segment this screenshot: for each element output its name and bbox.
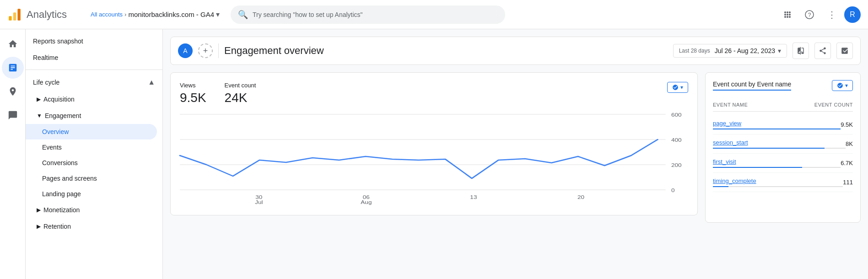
svg-text:0: 0: [671, 188, 675, 193]
events-label: Events: [42, 144, 62, 151]
metric-views-value: 9.5K: [180, 91, 206, 105]
sidebar-item-explore[interactable]: [2, 80, 24, 102]
event-count-3: 111: [843, 179, 853, 186]
svg-point-9: [784, 16, 786, 18]
page-header-right: Last 28 days Jul 26 - Aug 22, 2023 ▾: [673, 43, 853, 59]
event-row-session-start: session_start 8K: [713, 134, 853, 154]
current-account[interactable]: monitorbacklinks.com - GA4 ▾: [128, 10, 220, 19]
nav-sub-conversions[interactable]: Conversions: [26, 155, 157, 171]
svg-point-8: [789, 14, 791, 16]
logo-area: Analytics: [7, 7, 85, 22]
nav-retention-header[interactable]: ▶ Retention: [26, 218, 162, 235]
right-panel-filter-button[interactable]: ▾: [832, 80, 853, 91]
svg-point-5: [789, 11, 791, 13]
right-panel-header: Event count by Event name ▾: [713, 80, 853, 91]
breadcrumb: All accounts › monitorbacklinks.com - GA…: [91, 10, 220, 19]
nav-item-realtime[interactable]: Realtime: [26, 49, 157, 66]
event-name-cell-1: session_start: [713, 139, 846, 149]
monetization-chevron: ▶: [37, 207, 41, 213]
nav-monetization-header[interactable]: ▶ Monetization: [26, 202, 162, 218]
more-options-button[interactable]: ⋮: [822, 5, 841, 24]
event-name-0[interactable]: page_view: [713, 120, 841, 127]
svg-point-4: [787, 11, 788, 13]
right-panel-title: Event count by Event name: [713, 80, 791, 91]
line-chart-svg: 600 400 200 0 30 Jul 06 Aug 13 20: [180, 114, 688, 206]
account-dropdown-icon: ▾: [216, 10, 220, 19]
apps-button[interactable]: [778, 5, 797, 24]
svg-rect-1: [13, 12, 16, 21]
line-chart-container: 600 400 200 0 30 Jul 06 Aug 13 20: [180, 114, 688, 206]
right-panel-check-icon: [837, 82, 843, 89]
nav-sub-landing-page[interactable]: Landing page: [26, 186, 157, 202]
content-area: Views 9.5K Event count 24K: [170, 72, 861, 223]
filter-label: ▾: [680, 84, 683, 91]
help-icon: ?: [805, 10, 814, 19]
nav-sub-overview[interactable]: Overview: [26, 124, 157, 140]
checkmark-circle-icon: [672, 84, 679, 91]
all-accounts-link[interactable]: All accounts: [91, 11, 123, 18]
event-name-3[interactable]: timing_complete: [713, 177, 843, 184]
page-header: A + Engagement overview Last 28 days Jul…: [170, 37, 861, 65]
date-range-selector[interactable]: Last 28 days Jul 26 - Aug 22, 2023 ▾: [673, 44, 787, 58]
nav-acquisition-header[interactable]: ▶ Acquisition: [26, 91, 162, 107]
filter-button[interactable]: ▾: [667, 82, 688, 93]
add-comparison-button[interactable]: +: [198, 43, 213, 58]
metric-event-count: Event count 24K: [225, 82, 256, 105]
explore-icon: [8, 86, 18, 97]
svg-text:600: 600: [671, 112, 682, 118]
svg-point-11: [789, 16, 791, 18]
event-bar-fill-2: [713, 167, 802, 168]
share-button[interactable]: [814, 43, 831, 59]
header-divider: [218, 43, 219, 58]
sidebar-item-advertising[interactable]: [2, 104, 24, 126]
sidebar-item-home[interactable]: [2, 33, 24, 55]
chart-area: Views 9.5K Event count 24K: [170, 72, 698, 223]
retention-chevron: ▶: [37, 223, 41, 230]
event-count-0: 9.5K: [841, 121, 853, 128]
event-row-first-visit: first_visit 6.7K: [713, 154, 853, 173]
date-range-chevron-icon: ▾: [778, 47, 781, 54]
event-row-page-view: page_view 9.5K: [713, 115, 853, 134]
advertising-icon: [8, 110, 18, 120]
sidebar-item-reports[interactable]: [2, 57, 24, 79]
user-avatar[interactable]: R: [844, 6, 861, 23]
lifecycle-label: Life cycle: [33, 79, 59, 86]
svg-text:Aug: Aug: [361, 199, 372, 205]
main-layout: Reports snapshot Realtime Life cycle ▲ ▶…: [0, 29, 868, 279]
search-icon: 🔍: [238, 10, 248, 20]
svg-text:20: 20: [577, 194, 584, 200]
svg-text:13: 13: [470, 194, 477, 200]
event-bar-1: [713, 148, 846, 149]
svg-text:400: 400: [671, 137, 682, 143]
share-icon: [819, 47, 827, 55]
svg-point-3: [784, 11, 786, 13]
date-range-value: Jul 26 - Aug 22, 2023: [715, 47, 775, 54]
acquisition-chevron: ▶: [37, 96, 41, 102]
nav-sub-events[interactable]: Events: [26, 140, 157, 155]
event-bar-0: [713, 129, 841, 129]
nav-lifecycle-header[interactable]: Life cycle ▲: [26, 74, 162, 91]
compare-button[interactable]: [793, 43, 809, 59]
page-title: Engagement overview: [224, 45, 324, 57]
help-button[interactable]: ?: [800, 5, 819, 24]
icon-sidebar: [0, 29, 26, 279]
compare-icon: [797, 47, 805, 55]
engagement-label: Engagement: [45, 112, 81, 119]
svg-text:200: 200: [671, 162, 682, 168]
apps-icon: [783, 10, 792, 19]
event-count-2: 6.7K: [841, 160, 853, 166]
nav-item-reports-snapshot[interactable]: Reports snapshot: [26, 33, 157, 49]
right-panel: Event count by Event name ▾ EVENT NAME E…: [705, 72, 861, 223]
search-bar[interactable]: 🔍 Try searching "how to set up Analytics…: [231, 5, 505, 24]
chart-section: Views 9.5K Event count 24K: [170, 72, 698, 215]
reports-snapshot-label: Reports snapshot: [33, 38, 83, 45]
nav-sub-pages-screens[interactable]: Pages and screens: [26, 171, 157, 186]
insights-icon: [841, 47, 849, 55]
event-name-1[interactable]: session_start: [713, 139, 846, 146]
event-name-2[interactable]: first_visit: [713, 158, 841, 165]
event-bar-fill-3: [713, 186, 728, 187]
nav-engagement-header[interactable]: ▼ Engagement: [26, 107, 162, 124]
event-name-cell-3: timing_complete: [713, 177, 843, 187]
page-avatar: A: [178, 43, 193, 58]
insights-button[interactable]: [836, 43, 853, 59]
